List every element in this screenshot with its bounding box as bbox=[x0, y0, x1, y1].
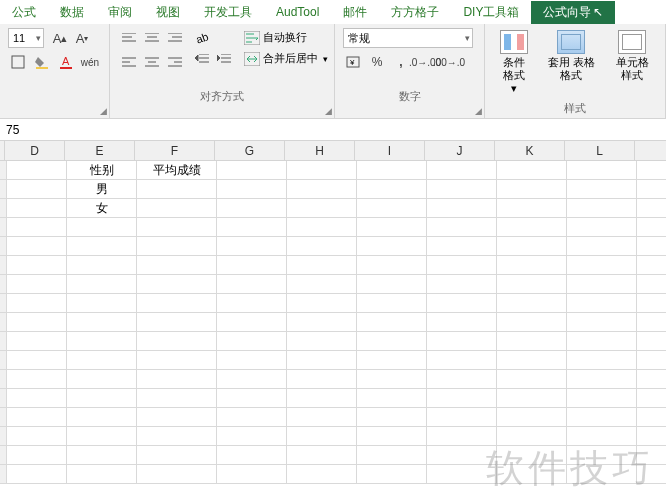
cell[interactable] bbox=[287, 370, 357, 388]
cell[interactable] bbox=[567, 465, 637, 483]
col-header-D[interactable]: D bbox=[5, 141, 65, 160]
tab-diy[interactable]: DIY工具箱 bbox=[451, 1, 531, 24]
tab-view[interactable]: 视图 bbox=[144, 1, 192, 24]
accounting-format-icon[interactable]: ¥ bbox=[343, 52, 363, 72]
align-right-icon[interactable] bbox=[164, 51, 186, 73]
cell[interactable] bbox=[217, 180, 287, 198]
cell[interactable] bbox=[357, 370, 427, 388]
cell[interactable] bbox=[217, 427, 287, 445]
cell[interactable] bbox=[497, 180, 567, 198]
row-header[interactable] bbox=[0, 294, 7, 312]
cell[interactable] bbox=[427, 408, 497, 426]
cell[interactable] bbox=[567, 180, 637, 198]
cell[interactable] bbox=[567, 237, 637, 255]
cell[interactable] bbox=[497, 465, 567, 483]
cell[interactable] bbox=[217, 389, 287, 407]
cell[interactable] bbox=[497, 199, 567, 217]
border-icon[interactable] bbox=[8, 52, 28, 72]
cell[interactable] bbox=[357, 275, 427, 293]
cell[interactable] bbox=[67, 465, 137, 483]
row-header[interactable] bbox=[0, 218, 7, 236]
cell[interactable] bbox=[427, 389, 497, 407]
cell[interactable] bbox=[7, 408, 67, 426]
cell[interactable] bbox=[567, 161, 637, 179]
cell[interactable] bbox=[137, 427, 217, 445]
cell[interactable] bbox=[357, 161, 427, 179]
cell[interactable] bbox=[567, 199, 637, 217]
cell[interactable] bbox=[7, 332, 67, 350]
decrease-indent-icon[interactable] bbox=[192, 50, 212, 70]
font-dialog-launcher-icon[interactable]: ◢ bbox=[100, 106, 107, 116]
tab-ffgz[interactable]: 方方格子 bbox=[379, 1, 451, 24]
cell[interactable] bbox=[497, 446, 567, 464]
col-header-E[interactable]: E bbox=[65, 141, 135, 160]
cell[interactable] bbox=[287, 199, 357, 217]
cell[interactable]: 男 bbox=[67, 180, 137, 198]
cell[interactable] bbox=[217, 256, 287, 274]
tab-formula-wizard[interactable]: 公式向导↖ bbox=[531, 1, 615, 24]
cell[interactable] bbox=[67, 237, 137, 255]
conditional-format-button[interactable]: 条件格式▾ bbox=[493, 28, 535, 99]
cell[interactable] bbox=[217, 408, 287, 426]
cell[interactable] bbox=[497, 294, 567, 312]
cell[interactable] bbox=[7, 237, 67, 255]
cell[interactable] bbox=[7, 256, 67, 274]
cell[interactable] bbox=[287, 275, 357, 293]
cell[interactable] bbox=[427, 370, 497, 388]
cell[interactable] bbox=[137, 389, 217, 407]
cell[interactable] bbox=[217, 218, 287, 236]
row-header[interactable] bbox=[0, 199, 7, 217]
cell[interactable] bbox=[67, 427, 137, 445]
cell[interactable] bbox=[287, 389, 357, 407]
cell[interactable] bbox=[357, 389, 427, 407]
col-header-G[interactable]: G bbox=[215, 141, 285, 160]
cell[interactable] bbox=[567, 408, 637, 426]
cell[interactable] bbox=[497, 427, 567, 445]
cell[interactable] bbox=[357, 313, 427, 331]
col-header-L[interactable]: L bbox=[565, 141, 635, 160]
cell[interactable] bbox=[67, 446, 137, 464]
cell[interactable] bbox=[287, 332, 357, 350]
cell[interactable] bbox=[357, 446, 427, 464]
cell[interactable] bbox=[217, 161, 287, 179]
cell[interactable] bbox=[357, 351, 427, 369]
cell[interactable] bbox=[67, 218, 137, 236]
percent-icon[interactable]: % bbox=[367, 52, 387, 72]
cell[interactable] bbox=[137, 275, 217, 293]
merge-center-button[interactable]: 合并后居中▾ bbox=[240, 49, 332, 68]
font-size-select[interactable]: 11 bbox=[8, 28, 44, 48]
cell[interactable] bbox=[7, 351, 67, 369]
cell[interactable] bbox=[497, 351, 567, 369]
cell[interactable] bbox=[217, 313, 287, 331]
cell[interactable] bbox=[7, 389, 67, 407]
number-dialog-launcher-icon[interactable]: ◢ bbox=[475, 106, 482, 116]
tab-devtools[interactable]: 开发工具 bbox=[192, 1, 264, 24]
cell[interactable] bbox=[67, 389, 137, 407]
cell[interactable] bbox=[217, 465, 287, 483]
cell[interactable] bbox=[67, 332, 137, 350]
cell[interactable] bbox=[567, 370, 637, 388]
cell[interactable] bbox=[567, 389, 637, 407]
cell[interactable] bbox=[217, 275, 287, 293]
cell[interactable] bbox=[497, 275, 567, 293]
cell[interactable] bbox=[67, 294, 137, 312]
cell[interactable] bbox=[287, 446, 357, 464]
cell[interactable] bbox=[567, 256, 637, 274]
cell[interactable] bbox=[427, 294, 497, 312]
row-header[interactable] bbox=[0, 180, 7, 198]
cell[interactable] bbox=[7, 427, 67, 445]
tab-formula[interactable]: 公式 bbox=[0, 1, 48, 24]
align-top-left-icon[interactable] bbox=[118, 28, 140, 50]
increase-indent-icon[interactable] bbox=[214, 50, 234, 70]
cell[interactable] bbox=[427, 237, 497, 255]
cell[interactable] bbox=[567, 218, 637, 236]
row-header[interactable] bbox=[0, 408, 7, 426]
col-header-H[interactable]: H bbox=[285, 141, 355, 160]
cell[interactable] bbox=[287, 313, 357, 331]
row-header[interactable] bbox=[0, 465, 7, 483]
align-center-icon[interactable] bbox=[141, 51, 163, 73]
col-header-K[interactable]: K bbox=[495, 141, 565, 160]
col-header-F[interactable]: F bbox=[135, 141, 215, 160]
cell[interactable] bbox=[7, 275, 67, 293]
cell[interactable] bbox=[67, 351, 137, 369]
